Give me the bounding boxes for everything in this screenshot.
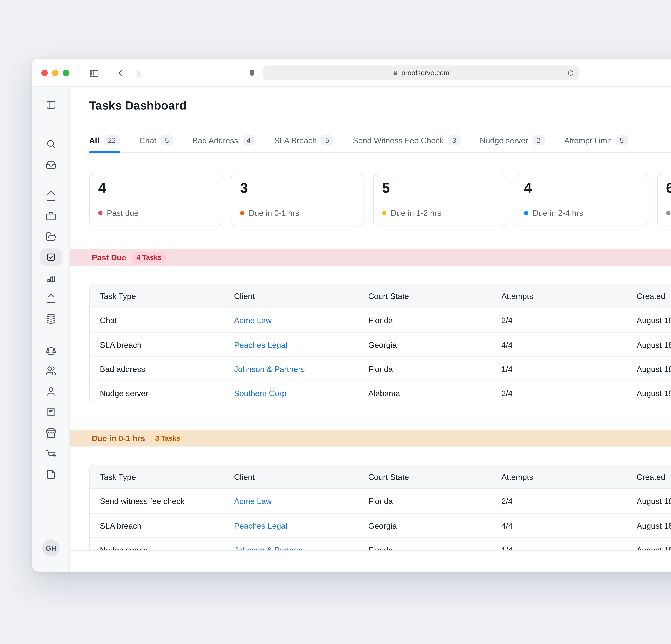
sidebar-item-tasks[interactable] [40,248,62,266]
sidebar-item-team[interactable] [40,362,62,379]
stats-row: 4 Past due 3 Due in 0-1 hrs 5 Due in 1-2… [89,173,671,227]
stat-card-due-0-1: 3 Due in 0-1 hrs [231,173,365,227]
stat-label: Due in 1-2 hrs [391,208,441,217]
tab-label: Nudge server [480,136,528,145]
tab-sla-breach[interactable]: SLA Breach 5 [274,128,333,152]
address-bar[interactable]: proofserve.com [263,65,579,80]
sidebar-item-panel-toggle[interactable] [40,96,62,113]
tab-label: Attempt Limit [564,136,611,145]
privacy-report-button[interactable] [248,59,256,87]
sidebar-item-profile[interactable] [40,383,62,400]
court-state-cell: Florida [358,315,491,325]
content-area: GH Tasks Dashboard Refresh All 22 [32,87,671,571]
tab-count-badge: 3 [448,135,460,145]
tab-count-badge: 2 [532,135,545,145]
tab-all[interactable]: All 22 [89,128,120,152]
store-icon [46,428,56,438]
task-type-cell: Nudge server [90,388,224,397]
reload-icon [567,69,574,76]
sidebar-item-store[interactable] [40,425,62,442]
sidebar-item-documents[interactable] [40,466,62,483]
client-link[interactable]: Acme Law [234,315,271,325]
section-title: Due in 0-1 hrs [92,434,145,443]
created-cell: August 18, 2024 [626,364,671,373]
table-header: Task Type Client Court State Attempts Cr… [90,465,671,489]
attempts-cell: 2/4 [491,497,626,505]
section-count-badge: 3 Tasks [150,433,185,443]
court-state-cell: Florida [358,364,491,373]
client-link[interactable]: Johnson & Partners [234,364,305,373]
tab-attempt-limit[interactable]: Attempt Limit 5 [564,128,628,152]
briefcase-icon [46,211,56,222]
sidebar-item-search[interactable] [40,135,62,152]
tab-nudge-server[interactable]: Nudge server 2 [480,128,545,152]
client-link[interactable]: Peaches Legal [234,340,287,349]
table-header: Task Type Client Court State Attempts Cr… [90,284,671,308]
scales-icon [46,345,56,356]
browser-sidebar-toggle-button[interactable] [89,59,99,87]
task-type-cell: SLA breach [90,340,224,349]
sidebar-item-inbox[interactable] [40,156,62,173]
close-window-button[interactable] [41,70,48,76]
table-row: Send witness fee check Acme Law Florida … [90,489,671,513]
section-count-badge: 4 Tasks [132,252,166,263]
section-title: Past Due [92,253,126,262]
user-avatar[interactable]: GH [42,539,60,556]
client-link[interactable]: Acme Law [234,497,271,505]
created-cell: August 18, 2024 [626,340,671,349]
desktop: proofserve.com [0,0,671,644]
status-dot [240,211,244,215]
past-due-table: Task Type Client Court State Attempts Cr… [89,284,671,404]
reload-button[interactable] [567,69,574,77]
created-cell: August 18, 2024 [626,497,671,505]
tab-bad-address[interactable]: Bad Address 4 [192,128,255,152]
client-link[interactable]: Peaches Legal [234,521,287,530]
court-state-cell: Georgia [358,521,491,530]
sync-status-bar: Last synced 5:13:03 PM [70,550,671,571]
section-header-past-due: Past Due 4 Tasks [70,249,671,266]
chevron-right-icon [134,68,143,78]
status-dot [98,211,102,215]
zoom-window-button[interactable] [63,70,69,76]
minimize-window-button[interactable] [52,70,59,76]
sidebar-item-home[interactable] [40,187,62,205]
chevron-left-icon [116,68,125,78]
tab-chat[interactable]: Chat 5 [139,128,173,152]
sidebar-item-receipts[interactable] [40,403,62,421]
sidebar-item-briefcase[interactable] [40,208,62,225]
tab-send-witness-fee-check[interactable]: Send Witness Fee Check 3 [353,128,460,152]
stat-value: 4 [524,180,639,196]
sidebar-item-database[interactable] [40,310,62,327]
column-header-task-type: Task Type [90,472,224,481]
bar-chart-icon [46,273,56,283]
forward-button[interactable] [134,59,143,87]
window-controls [41,70,69,76]
attempts-cell: 1/4 [491,364,626,373]
back-button[interactable] [116,59,125,87]
tab-count-badge: 5 [161,135,173,145]
tab-label: SLA Breach [274,136,317,145]
tab-label: Send Witness Fee Check [353,136,444,145]
sidebar-item-cart-add[interactable] [40,445,62,462]
lock-icon [392,69,398,76]
browser-toolbar: proofserve.com [32,59,671,87]
sidebar-item-legal-scales[interactable] [40,342,62,359]
database-icon [46,313,56,324]
created-cell: August 18, 2024 [626,521,671,530]
attempts-cell: 2/4 [491,388,626,397]
tab-label: All [89,136,99,145]
folder-open-icon [46,231,56,242]
column-header-created: Created [626,292,671,300]
task-type-cell: Bad address [90,364,224,373]
task-type-cell: Send witness fee check [90,497,224,505]
stat-value: 4 [98,180,213,196]
tab-count-badge: 4 [242,135,255,145]
sidebar-item-folders[interactable] [40,228,62,245]
shield-icon [248,69,256,77]
client-link[interactable]: Southern Corp [234,388,287,397]
table-row: SLA breach Peaches Legal Georgia 4/4 Aug… [90,513,671,537]
sidebar-item-upload[interactable] [40,290,62,307]
sidebar-item-analytics[interactable] [40,269,62,286]
filter-tabs: All 22 Chat 5 Bad Address 4 SLA Breach [89,128,671,153]
created-cell: August 19, 2024 [626,388,671,397]
